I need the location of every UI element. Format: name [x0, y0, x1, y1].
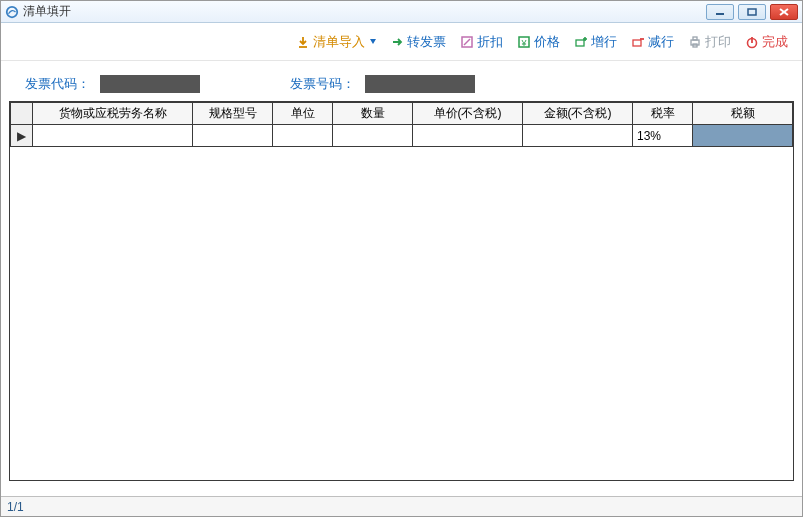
svg-rect-2 — [748, 9, 756, 15]
minimize-button[interactable] — [706, 4, 734, 20]
import-button[interactable]: 清单导入 — [296, 33, 376, 51]
col-qty[interactable]: 数量 — [333, 103, 413, 125]
col-amount[interactable]: 金额(不含税) — [523, 103, 633, 125]
svg-point-0 — [7, 6, 18, 17]
svg-rect-10 — [576, 40, 584, 46]
invoice-number-label: 发票号码： — [290, 75, 355, 93]
power-icon — [745, 35, 759, 49]
finish-label: 完成 — [762, 33, 788, 51]
col-spec[interactable]: 规格型号 — [193, 103, 273, 125]
app-icon — [5, 5, 19, 19]
import-icon — [296, 35, 310, 49]
status-bar: 1/1 — [1, 496, 802, 516]
cell-tax-rate[interactable]: 13% — [633, 125, 693, 147]
cell-spec[interactable] — [193, 125, 273, 147]
discount-button[interactable]: 折扣 — [460, 33, 503, 51]
cell-unit-price[interactable] — [413, 125, 523, 147]
invoice-code-label: 发票代码： — [25, 75, 90, 93]
del-row-button[interactable]: 减行 — [631, 33, 674, 51]
invoice-info-row: 发票代码： 发票号码： — [1, 61, 802, 99]
print-button[interactable]: 打印 — [688, 33, 731, 51]
dropdown-caret-icon — [370, 39, 376, 44]
price-label: 价格 — [534, 33, 560, 51]
price-button[interactable]: ¥ 价格 — [517, 33, 560, 51]
toolbar: 清单导入 转发票 折扣 ¥ 价格 增行 减行 打印 — [1, 23, 802, 61]
add-row-label: 增行 — [591, 33, 617, 51]
cell-name[interactable] — [33, 125, 193, 147]
grid-empty-area[interactable] — [10, 147, 793, 481]
to-invoice-label: 转发票 — [407, 33, 446, 51]
add-row-button[interactable]: 增行 — [574, 33, 617, 51]
to-invoice-button[interactable]: 转发票 — [390, 33, 446, 51]
invoice-number-value — [365, 75, 475, 93]
data-grid[interactable]: 货物或应税劳务名称 规格型号 单位 数量 单价(不含税) 金额(不含税) 税率 … — [9, 101, 794, 481]
window-title: 清单填开 — [23, 3, 71, 20]
row-marker: ▶ — [11, 125, 33, 147]
grid-header-row: 货物或应税劳务名称 规格型号 单位 数量 单价(不含税) 金额(不含税) 税率 … — [11, 103, 793, 125]
window-controls — [706, 4, 798, 20]
cell-amount[interactable] — [523, 125, 633, 147]
del-row-icon — [631, 35, 645, 49]
print-icon — [688, 35, 702, 49]
col-tax-amount[interactable]: 税额 — [693, 103, 793, 125]
finish-button[interactable]: 完成 — [745, 33, 788, 51]
svg-rect-16 — [693, 37, 697, 40]
del-row-label: 减行 — [648, 33, 674, 51]
col-unit-price[interactable]: 单价(不含税) — [413, 103, 523, 125]
titlebar: 清单填开 — [1, 1, 802, 23]
col-name[interactable]: 货物或应税劳务名称 — [33, 103, 193, 125]
col-tax-rate[interactable]: 税率 — [633, 103, 693, 125]
discount-icon — [460, 35, 474, 49]
cell-qty[interactable] — [333, 125, 413, 147]
import-label: 清单导入 — [313, 33, 365, 51]
cell-unit[interactable] — [273, 125, 333, 147]
col-unit[interactable]: 单位 — [273, 103, 333, 125]
table-row[interactable]: ▶ 13% — [11, 125, 793, 147]
discount-label: 折扣 — [477, 33, 503, 51]
add-row-icon — [574, 35, 588, 49]
svg-text:¥: ¥ — [520, 38, 527, 48]
cell-tax-amount[interactable] — [693, 125, 793, 147]
svg-rect-13 — [633, 40, 641, 46]
page-indicator: 1/1 — [7, 500, 24, 514]
invoice-code-value — [100, 75, 200, 93]
maximize-button[interactable] — [738, 4, 766, 20]
price-icon: ¥ — [517, 35, 531, 49]
print-label: 打印 — [705, 33, 731, 51]
to-invoice-icon — [390, 35, 404, 49]
close-button[interactable] — [770, 4, 798, 20]
grid-corner — [11, 103, 33, 125]
svg-line-7 — [464, 39, 470, 45]
